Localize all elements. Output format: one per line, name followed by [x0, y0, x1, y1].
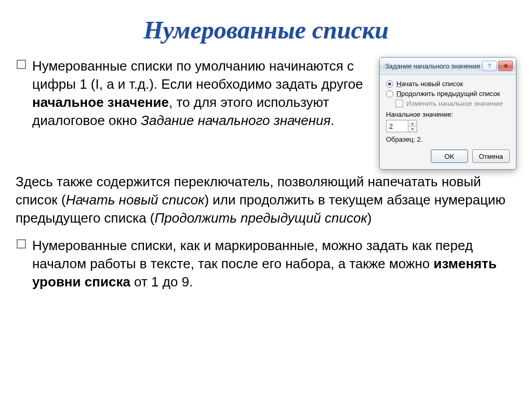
radio1-label: Начать новый список — [396, 80, 463, 88]
radio-icon — [386, 90, 393, 98]
cancel-button[interactable]: Отмена — [472, 149, 510, 163]
checkbox-change-start-value: Изменить начальное значение — [395, 100, 510, 107]
page-title: Нумерованные списки — [16, 16, 516, 44]
check-label: Изменить начальное значение — [406, 100, 503, 107]
bullet-icon — [17, 60, 26, 69]
paragraph-3: Нумерованные списки, как и маркированные… — [16, 237, 516, 291]
start-value-spinner[interactable]: 2 ▲ ▼ — [386, 120, 417, 132]
p1-text-1: Нумерованные списки по умолчанию начинаю… — [32, 58, 363, 92]
radio2-label: Продолжить предыдущий список — [396, 90, 500, 98]
p3-text-2: от 1 до 9. — [130, 274, 193, 290]
p2-italic-2: Продолжить предыдущий список — [155, 210, 367, 226]
radio-start-new-list[interactable]: Начать новый список — [386, 80, 510, 88]
sample-preview: Образец: 2. — [386, 135, 510, 143]
help-button[interactable]: ? — [482, 61, 497, 71]
start-value-label: Начальное значение: — [386, 111, 510, 118]
radio-icon — [386, 80, 393, 88]
p1-italic-1: Задание начального значения — [141, 113, 330, 128]
bullet-icon — [17, 239, 26, 249]
p1-text-3: . — [330, 113, 334, 128]
spinner-down-icon[interactable]: ▼ — [408, 127, 417, 132]
spinner-up-icon[interactable]: ▲ — [408, 120, 417, 127]
p2-text-3: ) — [367, 210, 372, 226]
dialog-title: Задание начального значения — [385, 62, 480, 70]
paragraph-1: Нумерованные списки по умолчанию начинаю… — [16, 57, 373, 130]
radio-continue-list[interactable]: Продолжить предыдущий список — [386, 90, 510, 98]
start-value-input[interactable]: 2 — [387, 120, 408, 132]
checkbox-icon — [395, 100, 403, 107]
paragraph-2: Здесь также содержится переключатель, по… — [16, 173, 516, 227]
dialog-titlebar: Задание начального значения ? ✕ — [380, 58, 516, 75]
close-button[interactable]: ✕ — [498, 61, 513, 71]
p1-bold-1: начальное значение — [32, 94, 169, 110]
ok-button[interactable]: OK — [431, 149, 468, 163]
dialog-body: Начать новый список Продолжить предыдущи… — [380, 75, 516, 169]
dialog-set-start-value: Задание начального значения ? ✕ Начать н… — [379, 57, 516, 170]
p2-italic-1: Начать новый список — [66, 192, 205, 208]
p3-text-1: Нумерованные списки, как и маркированные… — [32, 238, 473, 271]
